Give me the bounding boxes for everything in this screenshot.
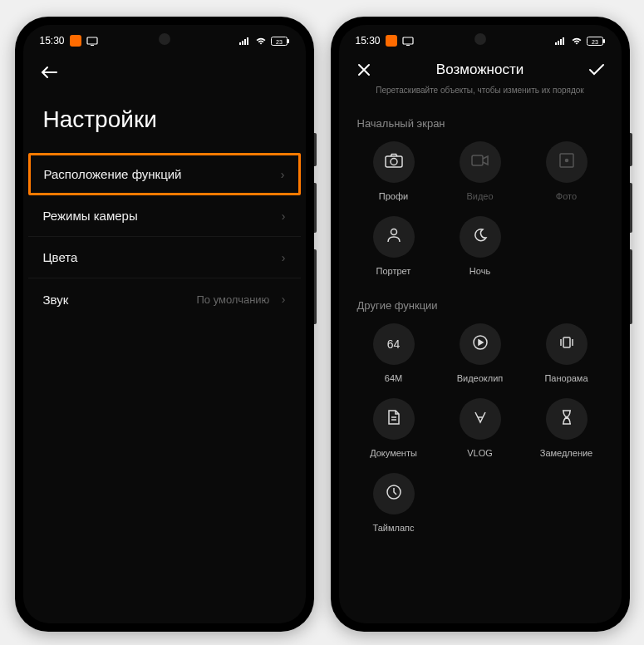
svg-point-22 xyxy=(565,160,568,162)
svg-rect-3 xyxy=(242,41,243,45)
moon-icon xyxy=(473,228,488,246)
mode-documents[interactable]: Документы xyxy=(351,398,437,458)
svg-rect-14 xyxy=(563,37,564,45)
header-subtitle: Перетаскивайте объекты, чтобы изменить и… xyxy=(339,85,622,106)
svg-rect-2 xyxy=(239,42,241,45)
signal-icon xyxy=(555,37,567,45)
status-app-icon xyxy=(386,35,397,47)
svg-rect-4 xyxy=(244,39,246,45)
svg-rect-20 xyxy=(472,155,483,165)
mode-vlog[interactable]: VLOG xyxy=(437,398,524,458)
mode-slowmo[interactable]: Замедление xyxy=(524,398,610,458)
mode-label: 64М xyxy=(385,373,402,383)
settings-list: Расположение функций › Режимы камеры › Ц… xyxy=(23,153,306,320)
confirm-button[interactable] xyxy=(587,63,607,76)
screen-cast-icon xyxy=(86,37,98,46)
mode-label: Таймлапс xyxy=(372,523,414,533)
page-title: Настройки xyxy=(23,91,306,153)
signal-icon xyxy=(239,37,251,45)
close-button[interactable] xyxy=(354,62,374,77)
settings-item-function-layout[interactable]: Расположение функций › xyxy=(28,153,301,195)
mode-panorama[interactable]: Панорама xyxy=(524,323,610,383)
mode-label: Видео xyxy=(466,191,493,201)
section-home-screen-label: Начальный экран xyxy=(339,106,622,138)
text-64-icon: 64 xyxy=(387,337,401,351)
battery-icon: 23 xyxy=(587,37,605,46)
phone-left: 15:30 23 xyxy=(15,17,314,632)
svg-text:23: 23 xyxy=(592,38,598,44)
svg-rect-7 xyxy=(288,39,289,43)
settings-item-colors[interactable]: Цвета › xyxy=(28,237,301,278)
dot-square-icon xyxy=(558,152,575,172)
mode-label: Замедление xyxy=(540,448,593,458)
chevron-right-icon: › xyxy=(282,209,286,223)
chevron-right-icon: › xyxy=(282,251,286,264)
other-functions-grid: 64 64М Видеоклип Панорама xyxy=(339,320,622,544)
svg-text:23: 23 xyxy=(276,38,283,44)
svg-rect-0 xyxy=(87,37,97,44)
screen-cast-icon xyxy=(402,37,414,46)
mode-label: Ночь xyxy=(469,266,490,276)
settings-item-label: Звук xyxy=(43,293,69,307)
svg-rect-12 xyxy=(558,41,559,45)
mode-profi[interactable]: Профи xyxy=(351,141,437,201)
svg-point-23 xyxy=(391,229,396,235)
vlog-icon xyxy=(472,409,489,429)
settings-item-camera-modes[interactable]: Режимы камеры › xyxy=(28,195,301,237)
wifi-icon xyxy=(571,37,583,45)
mode-label: Документы xyxy=(370,448,417,458)
svg-rect-11 xyxy=(555,42,557,45)
mode-label: Панорама xyxy=(544,373,587,383)
status-time: 15:30 xyxy=(356,35,381,47)
mode-label: Видеоклип xyxy=(457,373,504,383)
status-app-icon xyxy=(70,35,81,47)
battery-icon: 23 xyxy=(271,37,289,46)
settings-item-label: Цвета xyxy=(43,250,78,264)
settings-item-sound[interactable]: Звук По умолчанию › xyxy=(28,278,301,320)
header-title: Возможности xyxy=(374,62,587,78)
mode-video[interactable]: Видео xyxy=(437,141,524,201)
mode-label: Портрет xyxy=(376,266,411,276)
settings-item-label: Расположение функций xyxy=(44,167,182,181)
chevron-right-icon: › xyxy=(281,168,285,181)
mode-label: VLOG xyxy=(467,448,493,458)
svg-rect-25 xyxy=(563,337,570,347)
mode-videoclip[interactable]: Видеоклип xyxy=(437,323,524,383)
chevron-right-icon: › xyxy=(282,293,286,306)
panorama-icon xyxy=(558,336,576,352)
svg-rect-13 xyxy=(560,39,562,45)
mode-photo[interactable]: Фото xyxy=(524,141,610,201)
home-screen-grid: Профи Видео Фото xyxy=(339,138,622,288)
svg-rect-9 xyxy=(403,37,413,44)
settings-item-value: По умолчанию xyxy=(196,293,269,306)
play-circle-icon xyxy=(472,334,489,354)
mode-64m[interactable]: 64 64М xyxy=(351,323,437,383)
person-icon xyxy=(386,227,402,247)
phone-right: 15:30 23 xyxy=(331,17,630,632)
status-time: 15:30 xyxy=(40,35,65,47)
svg-rect-5 xyxy=(247,37,248,45)
section-other-label: Другие функции xyxy=(339,288,622,320)
mode-night[interactable]: Ночь xyxy=(437,216,524,276)
mode-label: Фото xyxy=(556,191,577,201)
camera-icon xyxy=(385,153,403,171)
mode-portrait[interactable]: Портрет xyxy=(351,216,437,276)
mode-timelapse[interactable]: Таймлапс xyxy=(351,473,437,533)
back-button[interactable] xyxy=(40,63,58,85)
wifi-icon xyxy=(255,37,267,45)
settings-item-label: Режимы камеры xyxy=(43,209,138,223)
hourglass-icon xyxy=(560,409,573,429)
svg-rect-16 xyxy=(603,39,605,43)
clock-icon xyxy=(386,484,402,504)
videocam-icon xyxy=(471,155,489,170)
mode-label: Профи xyxy=(379,191,408,201)
svg-point-19 xyxy=(391,159,397,165)
document-icon xyxy=(387,409,401,429)
